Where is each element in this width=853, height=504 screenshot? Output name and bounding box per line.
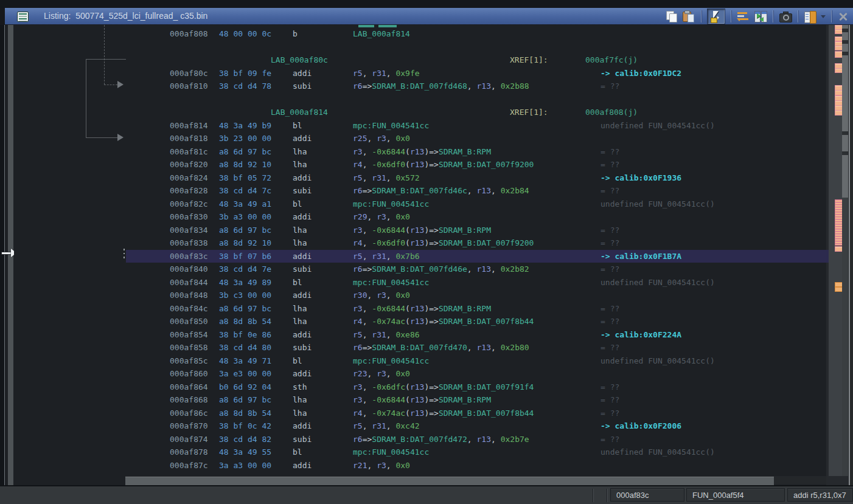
mnemonic-field[interactable]: addi <box>293 367 312 381</box>
operands-field[interactable]: r5, r31, 0x7b6 <box>353 250 420 263</box>
window-title-bar[interactable]: Listing: 500774_525d_lci_fullread_ c35.b… <box>5 8 853 25</box>
listing-row[interactable]: 000af84448 3a 49 89blmpc:FUN_004541ccund… <box>126 276 826 289</box>
bytes-field[interactable]: 48 00 00 0c <box>219 27 271 41</box>
operands-field[interactable]: r6=>SDRAM_B:DAT_007fd470, r13, 0x2b80 <box>353 341 529 354</box>
listing-row[interactable]: 000af84ca8 6d 97 bclhar3, -0x6844(r13)=>… <box>126 302 826 316</box>
mnemonic-field[interactable]: addi <box>293 419 312 433</box>
change-marker-lane[interactable] <box>829 25 842 476</box>
bytes-field[interactable]: b0 6d 92 04 <box>219 381 271 394</box>
bytes-field[interactable]: 38 cd d4 7e <box>219 263 271 276</box>
operands-field[interactable]: mpc:FUN_004541cc <box>353 119 429 133</box>
address-field[interactable]: 000af838 <box>170 236 208 250</box>
address-field[interactable]: 000af828 <box>170 184 208 198</box>
listing-panel[interactable]: 000af80848 00 00 0cbLAB_000af814LAB_000a… <box>126 25 826 476</box>
mnemonic-field[interactable]: lha <box>293 145 307 159</box>
listing-row[interactable]: 000af850a8 8d 8b 54lhar4, -0x74ac(r13)=>… <box>126 315 826 328</box>
address-field[interactable]: 000af86c <box>170 407 208 420</box>
listing-row[interactable]: 000af834a8 6d 97 bclhar3, -0x6844(r13)=>… <box>126 224 826 237</box>
listing-row[interactable]: 000af87c3a a3 00 00addir21, r3, 0x0 <box>126 459 826 472</box>
bytes-field[interactable]: a8 8d 92 10 <box>219 158 271 171</box>
label-field[interactable]: LAB_000af80c <box>271 54 328 67</box>
bytes-field[interactable]: 48 3a 49 a1 <box>219 198 271 211</box>
close-icon[interactable] <box>837 10 849 22</box>
address-field[interactable]: 000af814 <box>170 119 208 133</box>
mnemonic-field[interactable]: addi <box>293 132 312 145</box>
eol-comment[interactable]: = ?? <box>601 236 619 250</box>
listing-row[interactable]: 000af80c38 bf 09 feaddir5, r31, 0x9fe-> … <box>126 67 826 80</box>
listing-row[interactable]: 000af83c38 bf 07 b6addir5, r31, 0x7b6-> … <box>126 250 826 263</box>
mnemonic-field[interactable]: addi <box>293 210 312 224</box>
eol-comment[interactable]: undefined FUN_004541cc() <box>601 198 715 211</box>
mnemonic-field[interactable]: bl <box>293 119 302 133</box>
address-field[interactable]: 000af868 <box>170 393 208 407</box>
listing-row[interactable]: 000af820a8 8d 92 10lhar4, -0x6df0(r13)=>… <box>126 158 826 171</box>
operands-field[interactable]: r29, r3, 0x0 <box>353 210 410 224</box>
bytes-field[interactable]: a8 6d 97 bc <box>219 302 271 316</box>
bytes-field[interactable]: 38 bf 0e 86 <box>219 328 271 342</box>
bytes-field[interactable]: 3b c3 00 00 <box>219 289 271 302</box>
address-field[interactable]: 000af87c <box>170 459 208 472</box>
listing-row[interactable]: 000af80848 00 00 0cbLAB_000af814 <box>126 27 826 41</box>
address-field[interactable]: 000af810 <box>170 80 208 93</box>
listing-row[interactable]: 000af8483b c3 00 00addir30, r3, 0x0 <box>126 289 826 302</box>
xref-header[interactable]: XREF[1]: <box>510 106 548 119</box>
address-field[interactable]: 000af818 <box>170 132 208 145</box>
listing-row[interactable]: 000af864b0 6d 92 04sthr3, -0x6dfc(r13)=>… <box>126 381 826 394</box>
listing-row[interactable]: 000af86ca8 8d 8b 54lhar4, -0x74ac(r13)=>… <box>126 407 826 420</box>
operands-field[interactable]: r23, r3, 0x0 <box>353 367 410 381</box>
eol-comment[interactable]: -> calib:0x0F1B7A <box>601 250 681 263</box>
bytes-field[interactable]: 48 3a 49 89 <box>219 276 271 289</box>
eol-comment[interactable]: = ?? <box>601 184 619 198</box>
bytes-field[interactable]: 48 3a 49 b9 <box>219 119 271 133</box>
mnemonic-field[interactable]: bl <box>293 198 302 211</box>
bytes-field[interactable]: 3a e3 00 00 <box>219 367 271 381</box>
mnemonic-field[interactable]: addi <box>293 67 312 80</box>
mnemonic-field[interactable]: addi <box>293 328 312 342</box>
address-field[interactable]: 000af860 <box>170 367 208 381</box>
eol-comment[interactable]: undefined FUN_004541cc() <box>601 276 715 289</box>
mnemonic-field[interactable]: subi <box>293 341 312 354</box>
bytes-field[interactable]: 48 3a 49 55 <box>219 446 271 459</box>
operands-field[interactable]: mpc:FUN_004541cc <box>353 354 429 368</box>
address-field[interactable]: 000af870 <box>170 419 208 433</box>
listing-row[interactable]: 000af87438 cd d4 82subir6=>SDRAM_B:DAT_0… <box>126 433 826 446</box>
bytes-field[interactable]: 38 cd d4 7c <box>219 184 271 198</box>
listing-row[interactable]: 000af85c48 3a 49 71blmpc:FUN_004541ccund… <box>126 354 826 368</box>
listing-label-row[interactable]: LAB_000af80cXREF[1]:000af7fc(j) <box>126 54 826 67</box>
vertical-scrollbar[interactable] <box>842 25 848 476</box>
mnemonic-field[interactable]: bl <box>293 276 302 289</box>
horizontal-scrollbar-thumb[interactable] <box>125 477 774 485</box>
address-field[interactable]: 000af864 <box>170 381 208 394</box>
address-field[interactable]: 000af850 <box>170 315 208 328</box>
operands-field[interactable]: r4, -0x74ac(r13)=>SDRAM_B:DAT_007f8b44 <box>353 407 534 420</box>
bytes-field[interactable]: 3b a3 00 00 <box>219 210 271 224</box>
operands-field[interactable]: r5, r31, 0x9fe <box>353 67 420 80</box>
address-field[interactable]: 000af834 <box>170 224 208 237</box>
eol-comment[interactable]: = ?? <box>601 407 619 420</box>
operands-field[interactable]: r25, r3, 0x0 <box>353 132 410 145</box>
mnemonic-field[interactable]: subi <box>293 263 312 276</box>
operands-field[interactable]: r5, r31, 0x572 <box>353 171 420 185</box>
operands-field[interactable]: mpc:FUN_004541cc <box>353 198 429 211</box>
operands-field[interactable]: r3, -0x6844(r13)=>SDRAM_B:RPM <box>353 393 491 407</box>
address-field[interactable]: 000af840 <box>170 263 208 276</box>
address-field[interactable]: 000af824 <box>170 171 208 185</box>
listing-row[interactable]: 000af81ca8 6d 97 bclhar3, -0x6844(r13)=>… <box>126 145 826 159</box>
bytes-field[interactable]: 38 cd d4 78 <box>219 80 271 93</box>
mnemonic-field[interactable]: lha <box>293 315 307 328</box>
eol-comment[interactable]: = ?? <box>601 145 619 159</box>
address-field[interactable]: 000af82c <box>170 198 208 211</box>
eol-comment[interactable]: -> calib:0x0F224A <box>601 328 681 342</box>
eol-comment[interactable]: = ?? <box>601 158 619 171</box>
address-field[interactable]: 000af820 <box>170 158 208 171</box>
eol-comment[interactable]: -> calib:0x0F1936 <box>601 171 681 185</box>
bytes-field[interactable]: a8 8d 8b 54 <box>219 315 271 328</box>
bytes-field[interactable]: 3a a3 00 00 <box>219 459 271 472</box>
address-field[interactable]: 000af878 <box>170 446 208 459</box>
operands-field[interactable]: r3, -0x6dfc(r13)=>SDRAM_B:DAT_007f91f4 <box>353 381 534 394</box>
bytes-field[interactable]: 38 cd d4 82 <box>219 433 271 446</box>
operands-field[interactable]: r6=>SDRAM_B:DAT_007fd46e, r13, 0x2b82 <box>353 263 529 276</box>
xref-header[interactable]: XREF[1]: <box>510 54 548 67</box>
listing-row[interactable]: 000af8303b a3 00 00addir29, r3, 0x0 <box>126 210 826 224</box>
listing-label-row[interactable]: LAB_000af814XREF[1]:000af808(j) <box>126 106 826 119</box>
